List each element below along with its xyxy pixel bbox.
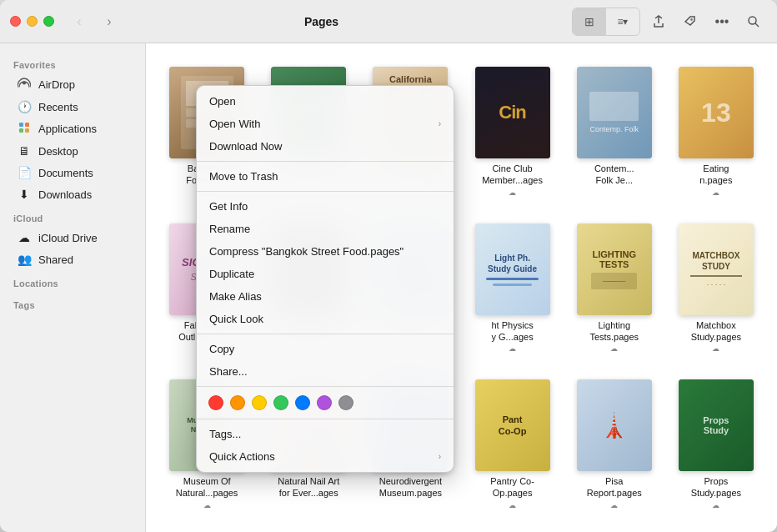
- documents-label: Documents: [38, 167, 93, 179]
- titlebar: ‹ › Pages ⊞ ≡▾ •••: [0, 0, 777, 43]
- sidebar-item-desktop[interactable]: 🖥 Desktop: [3, 140, 142, 162]
- applications-label: Applications: [38, 123, 97, 135]
- downloads-icon: ⬇: [17, 188, 32, 201]
- color-green[interactable]: [273, 395, 288, 410]
- menu-item-tags[interactable]: Tags...: [198, 423, 453, 445]
- maximize-button[interactable]: [43, 16, 54, 27]
- documents-icon: 📄: [17, 166, 32, 179]
- menu-divider-2: [197, 191, 454, 192]
- toolbar-right: ⊞ ≡▾ •••: [572, 8, 767, 36]
- desktop-icon: 🖥: [17, 144, 32, 158]
- svg-point-0: [749, 17, 756, 24]
- menu-item-move-trash[interactable]: Move to Trash: [198, 165, 453, 188]
- applications-icon: [17, 122, 32, 136]
- icloud-drive-icon: ☁: [17, 231, 32, 244]
- content-area: Bangko...Food.pa... ☁ Cact Caction.pages…: [146, 43, 777, 532]
- sidebar-item-documents[interactable]: 📄 Documents: [3, 162, 142, 183]
- color-purple[interactable]: [317, 395, 332, 410]
- favorites-header: Favorites: [0, 52, 145, 73]
- sidebar-item-downloads[interactable]: ⬇ Downloads: [3, 183, 142, 205]
- main-area: Favorites AirDrop 🕐 Recents: [0, 43, 777, 532]
- menu-item-rename[interactable]: Rename: [198, 218, 453, 240]
- sidebar-item-recents[interactable]: 🕐 Recents: [3, 96, 142, 118]
- share-button[interactable]: [645, 8, 672, 35]
- locations-header: Locations: [0, 270, 145, 292]
- menu-item-compress[interactable]: Compress "Bangkok Street Food.pages": [198, 240, 453, 263]
- recents-label: Recents: [38, 101, 78, 113]
- quick-actions-chevron: ›: [439, 452, 441, 461]
- context-menu: Open Open With › Download Now Move to Tr…: [196, 85, 454, 473]
- shared-icon: 👥: [17, 253, 32, 266]
- color-red[interactable]: [208, 395, 223, 410]
- view-grid-button[interactable]: ⊞: [573, 8, 606, 35]
- menu-item-make-alias[interactable]: Make Alias: [198, 285, 453, 308]
- sidebar-item-shared[interactable]: 👥 Shared: [3, 248, 142, 270]
- sidebar-item-applications[interactable]: Applications: [3, 118, 142, 140]
- tag-button[interactable]: [677, 8, 704, 35]
- airdrop-label: AirDrop: [38, 78, 75, 91]
- shared-label: Shared: [38, 253, 73, 266]
- svg-rect-1: [19, 123, 23, 127]
- search-button[interactable]: [740, 8, 767, 35]
- menu-divider-5: [197, 419, 454, 419]
- color-blue[interactable]: [295, 395, 310, 410]
- menu-item-copy[interactable]: Copy: [198, 338, 453, 360]
- more-button[interactable]: •••: [709, 8, 735, 35]
- menu-item-open[interactable]: Open: [198, 90, 453, 113]
- traffic-lights: [10, 16, 54, 27]
- svg-rect-3: [19, 128, 23, 133]
- view-switcher: ⊞ ≡▾: [572, 8, 640, 36]
- sidebar-item-icloud-drive[interactable]: ☁ iCloud Drive: [3, 227, 142, 248]
- sidebar-item-airdrop[interactable]: AirDrop: [3, 73, 142, 96]
- icloud-header: iCloud: [0, 205, 145, 227]
- color-yellow[interactable]: [252, 395, 267, 410]
- open-with-chevron: ›: [439, 119, 441, 128]
- icloud-drive-label: iCloud Drive: [38, 232, 98, 244]
- color-gray[interactable]: [338, 395, 353, 410]
- color-row: [197, 390, 454, 415]
- menu-item-open-with[interactable]: Open With ›: [198, 113, 453, 135]
- menu-item-download-now[interactable]: Download Now: [198, 135, 453, 158]
- finder-window: ‹ › Pages ⊞ ≡▾ •••: [0, 0, 777, 532]
- close-button[interactable]: [10, 16, 21, 27]
- menu-item-share[interactable]: Share...: [198, 360, 453, 383]
- window-title: Pages: [78, 15, 565, 28]
- menu-item-quick-look[interactable]: Quick Look: [198, 308, 453, 330]
- view-list-button[interactable]: ≡▾: [606, 8, 639, 35]
- recents-icon: 🕐: [17, 100, 32, 113]
- desktop-label: Desktop: [38, 145, 78, 158]
- minimize-button[interactable]: [27, 16, 38, 27]
- menu-divider-3: [197, 334, 454, 334]
- sidebar: Favorites AirDrop 🕐 Recents: [0, 43, 146, 532]
- color-orange[interactable]: [230, 395, 245, 410]
- menu-item-duplicate[interactable]: Duplicate: [198, 263, 453, 285]
- context-menu-overlay: Open Open With › Download Now Move to Tr…: [146, 43, 777, 532]
- menu-item-quick-actions[interactable]: Quick Actions ›: [198, 445, 453, 468]
- svg-rect-2: [25, 123, 29, 127]
- airdrop-icon: [17, 78, 32, 92]
- downloads-label: Downloads: [38, 188, 92, 201]
- menu-divider-4: [197, 386, 454, 387]
- tags-header: Tags: [0, 292, 145, 314]
- menu-divider-1: [197, 161, 454, 162]
- svg-rect-4: [25, 128, 29, 133]
- menu-item-get-info[interactable]: Get Info: [198, 195, 453, 218]
